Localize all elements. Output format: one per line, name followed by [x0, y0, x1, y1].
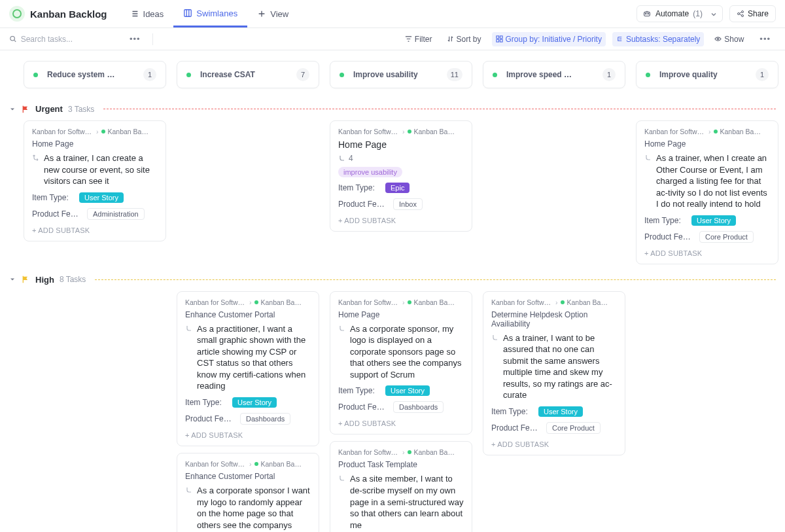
card-description: As a trainer, I can create a new course …: [44, 152, 158, 187]
card-title: Home Page: [338, 139, 464, 150]
breadcrumb: Kanban for Software Devel…›Kanban Ba…: [644, 128, 770, 135]
field-label: Product Fe…: [644, 232, 691, 241]
breadcrumb: Kanban for Software Devel…›Kanban Ba…: [32, 128, 158, 135]
search-icon: [9, 35, 17, 43]
svg-rect-11: [500, 39, 502, 42]
add-subtask-button[interactable]: + ADD SUBTASK: [491, 440, 617, 448]
search-box[interactable]: [9, 35, 120, 44]
add-subtask-button[interactable]: + ADD SUBTASK: [338, 217, 464, 224]
item-type-badge: User Story: [385, 385, 430, 396]
flag-icon: [21, 105, 30, 114]
field-label: Item Type:: [32, 193, 71, 202]
add-subtask-button[interactable]: + ADD SUBTASK: [644, 249, 770, 257]
field-label: Product Fe…: [338, 402, 385, 412]
breadcrumb: Kanban for Software Devel…›Kanban Ba…: [185, 460, 311, 468]
column-header[interactable]: Improve speed … 1: [483, 61, 625, 88]
branch-icon: [644, 154, 652, 162]
subtasks-button[interactable]: Subtasks: Separately: [612, 32, 704, 46]
column-header[interactable]: Improve quality 1: [636, 61, 778, 88]
swimlane-title: Urgent: [35, 104, 63, 114]
svg-rect-10: [496, 39, 498, 42]
card-parent: Home Page: [644, 139, 770, 149]
breadcrumb: Kanban for Software Devel…›Kanban Ba…: [491, 298, 617, 306]
tab-ideas[interactable]: Ideas: [120, 0, 174, 27]
field-label: Item Type:: [185, 398, 224, 407]
divider: [103, 109, 776, 109]
branch-icon: [338, 154, 346, 162]
add-subtask-button[interactable]: + ADD SUBTASK: [185, 431, 311, 439]
column-header[interactable]: Improve usability 11: [330, 61, 472, 88]
feature-badge: Dashboards: [393, 401, 444, 413]
tab-add-view[interactable]: View: [247, 0, 298, 27]
item-type-badge: User Story: [538, 406, 583, 417]
logo[interactable]: [9, 6, 25, 22]
task-card[interactable]: Kanban for Software Devel…›Kanban Ba… Ho…: [636, 120, 778, 264]
card-parent: Product Task Template: [338, 460, 464, 469]
filter-label: Filter: [415, 35, 432, 44]
show-label: Show: [724, 35, 744, 44]
filter-button[interactable]: Filter: [401, 32, 436, 46]
swimlane-header-urgent[interactable]: Urgent 3 Tasks: [9, 101, 776, 116]
toolbar-more-icon[interactable]: •••: [754, 34, 776, 44]
status-dot: [33, 73, 38, 77]
feature-badge: Core Product: [546, 422, 601, 434]
task-card[interactable]: Kanban for Software Devel…›Kanban Ba… En…: [177, 453, 319, 532]
feature-badge: Dashboards: [240, 413, 290, 425]
column-title: Improve usability: [353, 70, 440, 79]
svg-point-2: [645, 13, 646, 14]
feature-badge: Core Product: [699, 231, 754, 243]
card-description: As a trainer, when I create an Other Cou…: [656, 152, 770, 210]
feature-badge: Administration: [87, 208, 145, 220]
column-header[interactable]: Increase CSAT 7: [177, 61, 319, 88]
swimlane-title: High: [35, 275, 54, 285]
card-parent: Home Page: [338, 310, 464, 319]
divider: [95, 279, 776, 280]
swimlane-header-high[interactable]: High 8 Tasks: [9, 272, 776, 287]
svg-point-6: [741, 15, 743, 17]
item-type-badge: Epic: [385, 183, 410, 193]
branch-icon: [338, 325, 346, 332]
subtasks-icon: [616, 35, 623, 43]
item-type-badge: User Story: [691, 215, 736, 226]
page-title: Kanban Backlog: [30, 9, 107, 20]
sort-label: Sort by: [457, 35, 481, 44]
card-parent: Home Page: [32, 139, 158, 149]
task-card[interactable]: Kanban for Software Devel…›Kanban Ba… En…: [177, 291, 319, 446]
add-subtask-button[interactable]: + ADD SUBTASK: [32, 226, 158, 234]
task-card[interactable]: Kanban for Software Devel…›Kanban Ba… Ho…: [24, 120, 166, 241]
group-button[interactable]: Group by: Initiative / Priority: [492, 32, 606, 46]
svg-rect-8: [496, 36, 498, 39]
field-label: Item Type:: [338, 386, 377, 395]
tab-label: Ideas: [143, 9, 164, 19]
item-type-badge: User Story: [79, 192, 124, 203]
tab-swimlanes[interactable]: Swimlanes: [173, 0, 247, 27]
svg-point-12: [718, 38, 719, 39]
field-label: Product Fe…: [491, 423, 538, 433]
column-title: Improve quality: [659, 70, 749, 79]
board-icon: [183, 9, 192, 18]
task-card[interactable]: Kanban for Software Devel…›Kanban Ba… De…: [483, 291, 625, 455]
eye-icon: [714, 35, 722, 43]
swimlane-count: 8 Tasks: [60, 275, 86, 284]
task-card[interactable]: Kanban for Software Devel…›Kanban Ba… Ho…: [330, 291, 472, 435]
branch-icon: [491, 334, 499, 342]
show-button[interactable]: Show: [710, 32, 748, 46]
share-button[interactable]: Share: [729, 5, 776, 22]
item-type-badge: User Story: [232, 397, 277, 408]
sort-button[interactable]: Sort by: [443, 32, 485, 46]
automate-label: Automate: [655, 9, 689, 18]
status-dot: [186, 73, 191, 77]
automate-button[interactable]: Automate (1): [637, 5, 723, 22]
column-header[interactable]: Reduce system … 1: [24, 61, 166, 88]
share-label: Share: [748, 9, 769, 18]
add-subtask-button[interactable]: + ADD SUBTASK: [338, 419, 464, 427]
breadcrumb: Kanban for Software Devel…›Kanban Ba…: [338, 128, 464, 135]
status-dot: [646, 73, 650, 77]
search-input[interactable]: [21, 35, 120, 44]
task-card[interactable]: Kanban for Software Devel…›Kanban Ba… Pr…: [330, 441, 472, 532]
tag-chip: improve usability: [338, 167, 402, 177]
task-card[interactable]: Kanban for Software Devel…›Kanban Ba… Ho…: [330, 120, 472, 232]
more-icon[interactable]: •••: [124, 34, 146, 44]
feature-badge: Inbox: [393, 198, 423, 210]
svg-rect-0: [184, 10, 192, 17]
